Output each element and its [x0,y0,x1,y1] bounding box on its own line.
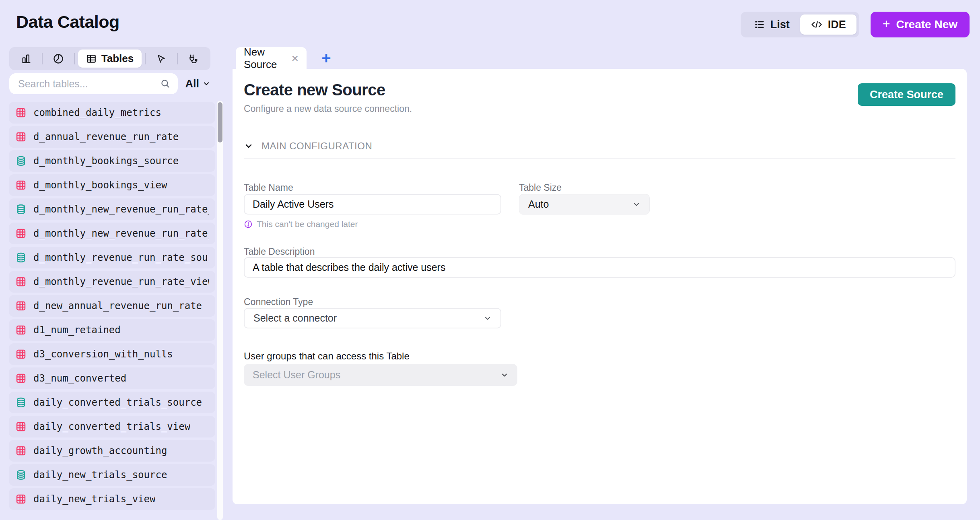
table-name: d_monthly_new_revenue_run_rate_vi… [33,228,209,239]
tab-new-source[interactable]: New Source × [236,47,307,69]
table-grid-icon [86,54,97,64]
table-name-note: This can't be changed later [244,219,358,229]
table-list-item[interactable]: d_monthly_revenue_run_rate_view [9,271,215,293]
toggle-ide[interactable]: IDE [800,14,856,35]
table-list-item[interactable]: d_monthly_new_revenue_run_rate_so… [9,198,215,220]
table-name: d_monthly_new_revenue_run_rate_so… [33,204,209,215]
table-list-item[interactable]: d_new_annual_revenue_run_rate [9,295,215,317]
table-description-label: Table Description [244,246,315,257]
tab-divider [74,53,75,64]
toggle-list-label: List [770,19,790,31]
search-box [9,73,178,94]
table-list-item[interactable]: daily_growth_accounting [9,440,215,462]
table-view-icon [15,373,27,384]
table-name: daily_converted_trials_view [33,421,190,432]
section-title: MAIN CONFIGURATION [261,140,372,152]
chevron-down-icon [202,80,210,88]
database-icon [15,155,27,167]
table-view-icon [15,228,27,239]
filter-all-label: All [185,78,199,90]
table-name: daily_converted_trials_source [33,397,202,408]
plug-icon [187,53,199,64]
user-groups-placeholder: Select User Groups [253,369,340,381]
table-list-item[interactable]: d_monthly_revenue_run_rate_source [9,247,215,268]
database-icon [15,397,27,408]
table-list-item[interactable]: combined_daily_metrics [9,102,215,124]
user-groups-label: User groups that can access this Table [244,351,410,362]
table-list-item[interactable]: daily_converted_trials_source [9,392,215,413]
table-size-select[interactable]: Auto [519,194,650,215]
bar-chart-icon [21,53,32,64]
database-icon [15,252,27,263]
table-size-label: Table Size [519,182,562,193]
sidebar-search-row: All [9,73,210,95]
table-view-icon [15,300,27,312]
cursor-icon [156,54,167,64]
table-list-item[interactable]: daily_converted_trials_view [9,416,215,437]
info-icon [244,220,253,229]
table-list-item[interactable]: daily_new_trials_view [9,488,215,510]
table-view-icon [15,493,27,505]
database-icon [15,469,27,481]
panel-subtitle: Configure a new data source connection. [244,103,412,114]
create-new-button[interactable]: + Create New [871,12,970,37]
table-list-item[interactable]: d_monthly_bookings_source [9,150,215,172]
table-list-item[interactable]: d3_num_converted [9,367,215,389]
table-name: d3_conversion_with_nulls [33,349,173,360]
table-size-value: Auto [528,198,549,210]
table-name-input[interactable] [244,194,501,215]
table-view-icon [15,349,27,360]
table-name: combined_daily_metrics [33,107,161,118]
add-tab-button[interactable]: + [317,49,336,67]
chevron-down-icon [632,200,640,208]
tab-title: New Source [244,46,285,71]
plus-icon: + [883,17,890,30]
table-view-icon [15,324,27,336]
table-list-scrollbar[interactable] [217,101,223,520]
sidebar-tab-connections[interactable] [178,47,209,70]
chevron-down-icon [500,371,509,379]
table-list-item[interactable]: daily_new_trials_source [9,464,215,486]
table-list-item[interactable]: d3_conversion_with_nulls [9,343,215,365]
search-input[interactable] [9,73,178,94]
table-list-item[interactable]: d_monthly_bookings_view [9,174,215,196]
table-view-icon [15,276,27,287]
table-name: d3_num_converted [33,373,126,384]
user-groups-select[interactable]: Select User Groups [244,364,517,386]
section-divider [244,158,955,159]
table-list-item[interactable]: d1_num_retained [9,319,215,341]
panel-title: Create new Source [244,81,385,99]
create-source-button[interactable]: Create Source [858,83,955,106]
table-view-icon [15,131,27,142]
table-view-icon [15,107,27,118]
section-main-configuration[interactable]: MAIN CONFIGURATION [244,140,372,152]
table-name: d_annual_revenue_run_rate [33,131,179,142]
table-name-note-text: This can't be changed later [257,219,358,229]
list-icon [754,19,765,30]
sidebar-tab-charts[interactable] [11,47,42,70]
code-icon [811,19,823,30]
page-title: Data Catalog [16,12,119,32]
create-new-label: Create New [896,18,957,31]
connection-type-select[interactable]: Select a connector [244,308,501,328]
connection-type-placeholder: Select a connector [253,312,337,324]
toggle-list[interactable]: List [743,14,800,35]
scrollbar-thumb[interactable] [218,102,222,142]
connection-type-label: Connection Type [244,297,313,307]
table-name: daily_growth_accounting [33,445,167,456]
table-list-item[interactable]: d_annual_revenue_run_rate [9,126,215,148]
pie-chart-icon [53,53,64,64]
table-list-item[interactable]: d_monthly_new_revenue_run_rate_vi… [9,223,215,244]
filter-all-dropdown[interactable]: All [185,78,210,90]
sidebar-tab-tables-label: Tables [101,52,134,65]
sidebar-tab-tables[interactable]: Tables [78,50,142,68]
table-name: d_monthly_revenue_run_rate_view [33,276,209,287]
sidebar-tab-pointer[interactable] [146,47,177,70]
chevron-down-icon [244,141,253,151]
create-source-panel: Create new Source Configure a new data s… [233,69,967,504]
table-description-input[interactable] [244,257,955,278]
chevron-down-icon [484,314,492,322]
table-list: combined_daily_metrics d_annual_revenue_… [9,102,215,512]
sidebar-tab-pie[interactable] [43,47,74,70]
close-icon[interactable]: × [291,52,299,64]
